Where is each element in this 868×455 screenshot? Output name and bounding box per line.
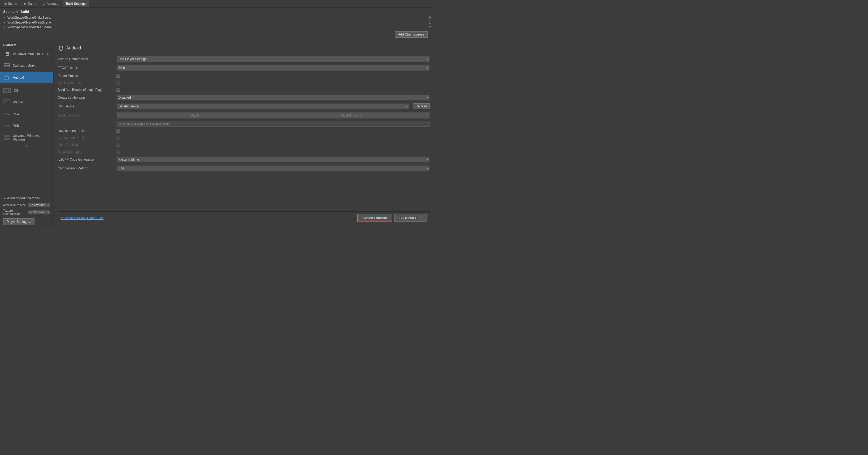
texture-compression-select[interactable]: Use Player Settings: [117, 56, 430, 62]
compression-method-label: Compression Method: [58, 166, 117, 170]
svg-rect-14: [4, 135, 7, 137]
export-project-checkbox[interactable]: [117, 74, 120, 78]
run-device-select[interactable]: Default device: [117, 103, 409, 109]
etc2-fallback-label: ETC2 fallback: [58, 66, 117, 70]
patch-and-run-button[interactable]: Patch And Run: [273, 112, 430, 119]
webgl-icon: HTML 5: [3, 99, 11, 106]
symlink-sources-value: [117, 81, 430, 85]
scene-check-2: ✓: [3, 25, 6, 29]
svg-point-3: [8, 66, 9, 67]
build-settings-panel: Android Texture Compression Use Player S…: [54, 41, 434, 227]
svg-rect-16: [4, 138, 7, 140]
switch-platform-button[interactable]: Switch Platform: [357, 214, 392, 222]
il2cpp-code-gen-label: IL2CPP Code Generation: [58, 158, 117, 161]
add-open-scenes-button[interactable]: Add Open Scenes: [395, 31, 428, 38]
main-content: Scenes In Build ✓ WorkSpace/Scene/Initia…: [0, 7, 434, 227]
deep-profiling-label: Deep Profiling: [58, 143, 117, 147]
etc2-fallback-value: 32-bit: [117, 65, 430, 71]
asset-import-texture-comp-row: Texture Compression No Override: [3, 208, 50, 216]
build-app-bundle-row: Build App Bundle (Google Play): [58, 86, 430, 93]
texture-compression-value: Use Player Settings: [117, 56, 430, 62]
scenes-in-build-title: Scenes In Build: [3, 10, 431, 13]
tab-build-settings-label: Build Settings: [66, 2, 86, 6]
scene-path-2: WorkSpace/Scene/ClearScene: [7, 25, 52, 29]
svg-point-7: [6, 76, 7, 76]
platform-item-uwp[interactable]: Universal Windows Platform: [0, 132, 53, 143]
autoconnect-profiler-label: Autoconnect Profiler: [58, 136, 117, 140]
create-symbols-zip-label: Create symbols.zip: [58, 96, 117, 99]
create-symbols-zip-select[interactable]: Disabled: [117, 95, 430, 100]
ps4-icon: PS4: [3, 110, 11, 118]
windows-gear-icon: ⚙: [46, 52, 50, 56]
export-project-value: [117, 74, 430, 78]
texture-comp-select[interactable]: No Override: [28, 210, 50, 215]
platform-item-ps4[interactable]: PS4 PS4: [0, 108, 53, 120]
platform-ps4-label: PS4: [13, 112, 19, 116]
scene-item-0[interactable]: ✓ WorkSpace/Scene/InitialScene 0: [3, 15, 431, 20]
uwp-icon: [3, 134, 11, 141]
refresh-button[interactable]: Refresh: [413, 103, 430, 109]
tab-scene[interactable]: ⊞ Scene: [1, 0, 20, 7]
platform-list: 🖥 Windows, Mac, Linux ⚙ Dedicated Server: [0, 48, 53, 194]
create-symbols-zip-dropdown-wrapper: Disabled: [117, 95, 430, 100]
player-settings-button[interactable]: Player Settings...: [3, 218, 34, 225]
platform-item-android[interactable]: Android: [0, 72, 53, 84]
autoconnect-profiler-checkbox[interactable]: [117, 136, 120, 140]
etc2-fallback-row: ETC2 fallback 32-bit: [58, 64, 430, 72]
scene-item-1[interactable]: ✓ WorkSpace/Scene/MainScene 1: [3, 20, 431, 25]
etc2-fallback-select[interactable]: 32-bit: [117, 65, 430, 71]
asset-import-overrides: ▼ Asset Import Overrides Max Texture Siz…: [0, 194, 53, 227]
deep-profiling-checkbox[interactable]: [117, 143, 120, 147]
cloud-build-link[interactable]: Learn about Unity Cloud Build: [61, 216, 103, 220]
platform-item-ps5[interactable]: PS5 PS5: [0, 120, 53, 132]
add-open-scenes-container: Add Open Scenes: [3, 30, 431, 39]
compression-method-select[interactable]: LZ4: [117, 165, 430, 171]
texture-compression-dropdown-wrapper: Use Player Settings: [117, 56, 430, 62]
scene-index-1: 1: [429, 21, 431, 24]
patch-disabled-msg-value: Patching is disabled for Release builds: [117, 121, 430, 127]
platform-item-ios[interactable]: iOS iOS: [0, 85, 53, 96]
il2cpp-code-gen-select[interactable]: Faster runtime: [117, 157, 430, 162]
android-header-icon: [58, 44, 64, 52]
platform-ps5-label: PS5: [13, 124, 19, 128]
script-debugging-value: [117, 150, 430, 154]
scene-index-2: 2: [429, 25, 431, 29]
compression-method-dropdown-wrapper: LZ4: [117, 165, 430, 171]
bottom-bar: Learn about Unity Cloud Build Switch Pla…: [58, 212, 430, 224]
etc2-fallback-dropdown-wrapper: 32-bit: [117, 65, 430, 71]
development-build-checkbox[interactable]: [117, 129, 120, 133]
platform-item-webgl[interactable]: HTML 5 WebGL: [0, 96, 53, 108]
platform-ios-label: iOS: [13, 89, 18, 92]
symlink-sources-checkbox[interactable]: [117, 81, 120, 85]
tab-build-settings[interactable]: Build Settings: [63, 0, 89, 7]
tab-animator[interactable]: ⬡ Animator: [39, 0, 63, 7]
autoconnect-profiler-row: Autoconnect Profiler: [58, 134, 430, 141]
texture-comp-select-wrapper: No Override: [28, 210, 50, 215]
android-settings-table: Texture Compression Use Player Settings …: [58, 55, 430, 173]
max-texture-select-wrapper: No Override: [28, 202, 50, 207]
run-device-label: Run Device: [58, 104, 117, 108]
build-app-bundle-checkbox[interactable]: [117, 88, 120, 92]
scene-item-2[interactable]: ✓ WorkSpace/Scene/ClearScene 2: [3, 25, 431, 30]
tab-scene-label: Scene: [8, 2, 17, 6]
windows-icon: 🖥: [3, 50, 11, 58]
platform-item-windows[interactable]: 🖥 Windows, Mac, Linux ⚙: [0, 48, 53, 60]
script-debugging-checkbox[interactable]: [117, 150, 120, 154]
platform-dedicated-server-label: Dedicated Server: [13, 64, 38, 68]
platform-sidebar: Platform 🖥 Windows, Mac, Linux ⚙: [0, 41, 54, 227]
tab-game[interactable]: ◉ Game: [20, 0, 39, 7]
lower-panel: Platform 🖥 Windows, Mac, Linux ⚙: [0, 41, 434, 227]
build-to-device-value: Patch Patch And Run: [117, 112, 430, 119]
texture-compression-label: Texture Compression: [58, 57, 117, 61]
script-debugging-row: Script Debugging: [58, 148, 430, 155]
build-and-run-button[interactable]: Build And Run: [395, 214, 427, 222]
platform-item-dedicated-server[interactable]: Dedicated Server: [0, 60, 53, 72]
patch-button[interactable]: Patch: [117, 112, 273, 119]
script-debugging-label: Script Debugging: [58, 150, 117, 154]
max-texture-label: Max Texture Size: [3, 203, 26, 206]
ps5-icon: PS5: [3, 122, 11, 130]
max-texture-select[interactable]: No Override: [28, 202, 50, 207]
asset-import-title: ▼ Asset Import Overrides: [3, 196, 50, 200]
tab-menu-button[interactable]: ⋮: [425, 2, 433, 6]
platform-windows-label: Windows, Mac, Linux: [13, 52, 43, 56]
